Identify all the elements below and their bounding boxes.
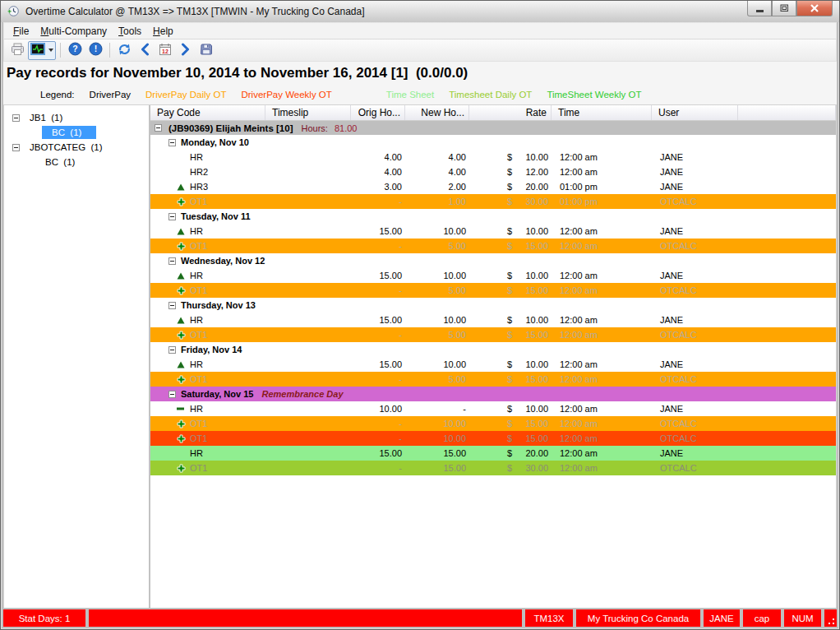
pay-code-label: OT1 [190,419,207,428]
pay-row[interactable]: OT1-10.00$15.0012:00 amOTCALC [150,416,836,431]
group-expander-icon[interactable] [155,124,162,132]
save-button[interactable] [196,41,216,60]
report-view-button[interactable] [28,41,56,60]
day-name: Monday, Nov 10 [181,137,249,147]
help-button[interactable]: ? [65,41,85,60]
tree-item-bc-1[interactable]: BC (1) [4,125,149,140]
menu-item-tools[interactable]: Tools [113,24,147,39]
menu-item-file[interactable]: File [7,24,35,39]
column-header-user[interactable]: User [652,105,738,120]
plus-icon [177,419,190,428]
day-expander-icon[interactable] [168,302,176,309]
tree-item-jb1-1[interactable]: JB1 (1) [4,110,149,125]
orig-hours-cell: - [351,374,405,384]
pay-row[interactable]: OT1-5.00$15.0012:00 amOTCALC [150,239,836,253]
pay-row[interactable]: HR15.0010.00$10.0012:00 amJANE [150,313,836,327]
next-week-button[interactable] [176,41,196,60]
pay-row[interactable]: HR15.0010.00$10.0012:00 amJANE [150,268,836,283]
print-button[interactable] [7,41,27,60]
orig-hours-cell: - [351,433,405,443]
pay-row[interactable]: OT1-5.00$15.0012:00 amOTCALC [150,372,836,387]
day-name: Tuesday, Nov 11 [181,211,251,221]
triangle-up-icon [177,183,190,191]
previous-week-button[interactable] [135,41,155,60]
new-hours-cell: 10.00 [405,226,469,236]
tree-item-bc-1[interactable]: BC (1) [4,155,149,169]
day-header-friday-nov-14[interactable]: Friday, Nov 14 [150,342,836,357]
status-bar: Stat Days: 1TM13XMy Trucking Co CanadaJA… [3,609,837,627]
orig-hours-cell: - [351,285,405,295]
currency-symbol: $ [507,448,512,458]
status-spacer [89,609,522,627]
pay-code-label: OT1 [190,374,207,384]
column-header-time[interactable]: Time [552,105,652,120]
time-cell: 01:00 pm [552,197,652,206]
pay-row[interactable]: HR15.0010.00$10.0012:00 amJANE [150,224,836,239]
currency-symbol: $ [507,167,512,177]
pay-row[interactable]: HR33.002.00$20.0001:00 pmJANE [150,179,836,194]
calendar-button[interactable]: 12 [155,41,175,60]
rate-value: 15.00 [522,419,548,428]
tree-expander-icon[interactable] [12,144,20,151]
pay-code-cell: HR [150,359,265,369]
pay-row[interactable]: OT1-1.00$30.0001:00 pmOTCALC [150,194,836,209]
close-icon [810,4,819,12]
pay-row[interactable]: HR24.004.00$12.0012:00 amJANE [150,164,836,179]
refresh-button[interactable] [114,41,134,60]
currency-symbol: $ [507,433,512,443]
time-cell: 12:00 am [552,271,652,280]
column-header-pay-code[interactable]: Pay Code [150,105,265,120]
user-cell: JANE [652,226,738,236]
column-header-rate[interactable]: Rate [469,105,552,120]
restore-button[interactable] [772,1,796,16]
resize-grip[interactable] [824,609,837,627]
user-cell: OTCALC [652,374,738,384]
day-header-saturday-nov-15[interactable]: Saturday, Nov 15Remembrance Day [150,387,836,401]
tree-expander-icon[interactable] [12,114,20,122]
legend-driverpay: DriverPay [90,90,131,100]
day-header-wednesday-nov-12[interactable]: Wednesday, Nov 12 [150,253,836,268]
close-button[interactable] [796,1,833,16]
tree-item-label: JB1 (1) [26,111,66,124]
time-cell: 12:00 am [552,359,652,369]
print-icon [11,43,25,58]
day-header-monday-nov-10[interactable]: Monday, Nov 10 [150,135,836,150]
day-expander-icon[interactable] [168,213,176,220]
pay-row[interactable]: HR15.0010.00$10.0012:00 amJANE [150,357,836,372]
rate-cell: $15.00 [469,419,552,428]
pay-code-label: HR [190,226,203,236]
about-button[interactable]: ! [85,41,105,60]
menu-item-multi-company[interactable]: Multi-Company [35,24,113,39]
refresh-icon [118,43,132,58]
user-cell: OTCALC [652,285,738,295]
user-cell: OTCALC [652,197,738,206]
driver-group-header[interactable]: (JB90369) Elijah Meints [10]Hours:81.00 [150,121,836,135]
minimize-button[interactable] [747,1,772,16]
content-header: Pay records for November 10, 2014 to Nov… [3,62,837,104]
day-expander-icon[interactable] [168,139,176,146]
day-expander-icon[interactable] [168,391,176,398]
pay-row[interactable]: HR15.0015.00$20.0012:00 amJANE [150,446,836,461]
rate-value: 20.00 [522,182,548,192]
rate-value: 15.00 [522,374,548,384]
pay-row[interactable]: OT1-5.00$15.0012:00 amOTCALC [150,283,836,298]
day-expander-icon[interactable] [168,346,176,354]
pay-row[interactable]: OT1-10.00$15.0012:00 amOTCALC [150,431,836,446]
plus-icon [177,331,190,340]
column-header-orig-ho[interactable]: Orig Ho... [351,105,405,120]
pay-row[interactable]: HR4.004.00$10.0012:00 amJANE [150,150,836,164]
day-header-thursday-nov-13[interactable]: Thursday, Nov 13 [150,298,836,313]
orig-hours-cell: 15.00 [351,359,405,369]
day-header-tuesday-nov-11[interactable]: Tuesday, Nov 11 [150,209,836,224]
grid-header: Pay CodeTimeslipOrig Ho...New Ho...RateT… [150,105,836,121]
pay-row[interactable]: OT1-5.00$15.0012:00 amOTCALC [150,327,836,342]
column-header-new-ho[interactable]: New Ho... [405,105,469,120]
dropdown-caret-icon[interactable] [48,49,53,52]
menu-item-help[interactable]: Help [147,24,179,39]
day-expander-icon[interactable] [168,257,176,265]
pay-code-cell: HR [150,315,265,325]
tree-item-jbotcateg-1[interactable]: JBOTCATEG (1) [4,140,149,155]
pay-row[interactable]: HR10.00-$10.0012:00 amJANE [150,401,836,416]
column-header-timeslip[interactable]: Timeslip [265,105,351,120]
pay-row[interactable]: OT1-15.00$30.0012:00 amOTCALC [150,461,836,475]
